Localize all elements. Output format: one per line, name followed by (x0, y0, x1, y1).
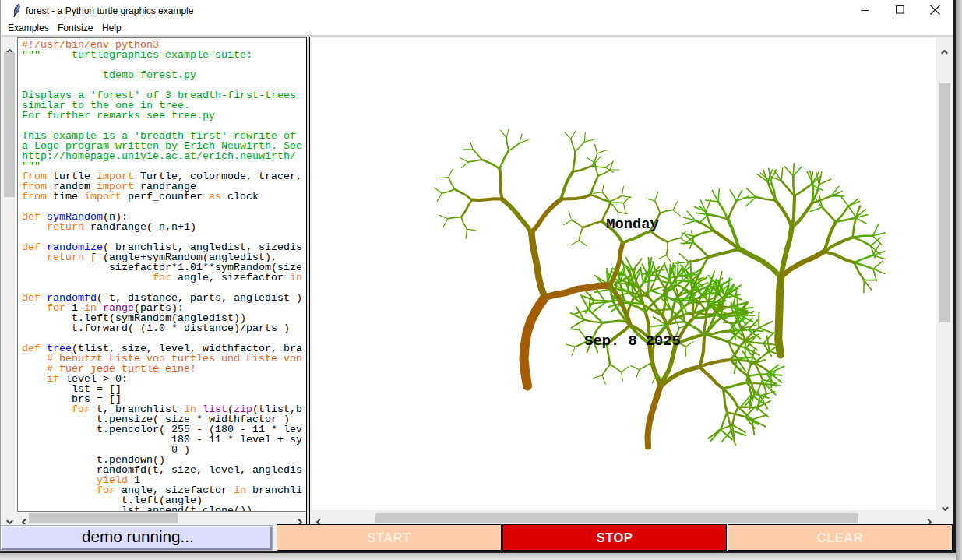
svg-text:Sep. 8 2025: Sep. 8 2025 (584, 333, 680, 350)
svg-text:Monday: Monday (606, 216, 658, 233)
